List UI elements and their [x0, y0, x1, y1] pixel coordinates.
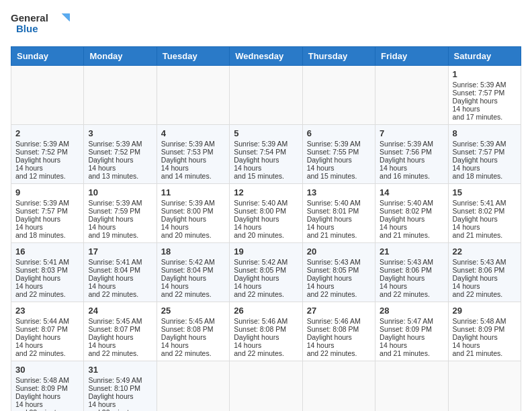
- daylight-label: Daylight hours: [307, 215, 371, 223]
- calendar-empty-cell: [157, 361, 229, 412]
- sunrise-line: Sunrise: 5:43 AM: [307, 258, 371, 266]
- daylight-minutes: and 22 minutes.: [161, 290, 225, 298]
- sunset-line: Sunset: 8:07 PM: [15, 325, 79, 333]
- daylight-hours: 14 hours: [161, 164, 225, 172]
- day-number: 25: [161, 306, 225, 316]
- daylight-hours: 14 hours: [234, 282, 298, 290]
- sunrise-line: Sunrise: 5:39 AM: [234, 140, 298, 148]
- daylight-hours: 14 hours: [15, 164, 79, 172]
- day-number: 15: [453, 187, 517, 197]
- day-header-friday: Friday: [375, 47, 448, 66]
- sunrise-line: Sunrise: 5:40 AM: [380, 199, 443, 207]
- daylight-hours: 14 hours: [307, 282, 371, 290]
- daylight-minutes: and 20 minutes.: [161, 231, 225, 239]
- calendar-week-5: 23Sunrise: 5:44 AMSunset: 8:07 PMDayligh…: [11, 302, 521, 361]
- daylight-hours: 14 hours: [307, 223, 371, 231]
- calendar-day-26: 26Sunrise: 5:46 AMSunset: 8:08 PMDayligh…: [230, 302, 302, 361]
- calendar-day-27: 27Sunrise: 5:46 AMSunset: 8:08 PMDayligh…: [302, 302, 375, 361]
- daylight-minutes: and 22 minutes.: [234, 290, 298, 298]
- daylight-hours: 14 hours: [453, 105, 517, 113]
- sunrise-line: Sunrise: 5:46 AM: [234, 317, 298, 325]
- daylight-label: Daylight hours: [15, 274, 79, 282]
- daylight-label: Daylight hours: [161, 333, 225, 341]
- calendar-day-7: 7Sunrise: 5:39 AMSunset: 7:56 PMDaylight…: [375, 125, 448, 184]
- sunset-line: Sunset: 7:53 PM: [161, 148, 225, 156]
- sunrise-line: Sunrise: 5:42 AM: [234, 258, 298, 266]
- daylight-minutes: and 15 minutes.: [307, 172, 371, 180]
- daylight-label: Daylight hours: [161, 156, 225, 164]
- day-number: 31: [88, 365, 152, 375]
- sunrise-line: Sunrise: 5:45 AM: [161, 317, 225, 325]
- daylight-hours: 14 hours: [15, 400, 79, 408]
- calendar-day-25: 25Sunrise: 5:45 AMSunset: 8:08 PMDayligh…: [157, 302, 229, 361]
- day-number: 26: [234, 306, 298, 316]
- logo: General Blue: [11, 11, 71, 41]
- calendar-day-23: 23Sunrise: 5:44 AMSunset: 8:07 PMDayligh…: [11, 302, 84, 361]
- calendar-day-30: 30Sunrise: 5:48 AMSunset: 8:09 PMDayligh…: [11, 361, 84, 412]
- day-header-sunday: Sunday: [11, 47, 84, 66]
- daylight-minutes: and 22 minutes.: [453, 290, 517, 298]
- daylight-label: Daylight hours: [88, 333, 152, 341]
- calendar-empty-cell: [230, 361, 302, 412]
- day-number: 5: [234, 128, 298, 138]
- day-number: 4: [161, 128, 225, 138]
- day-header-saturday: Saturday: [448, 47, 521, 66]
- sunrise-line: Sunrise: 5:41 AM: [88, 258, 152, 266]
- sunrise-line: Sunrise: 5:39 AM: [88, 199, 152, 207]
- daylight-hours: 14 hours: [380, 223, 443, 231]
- day-header-thursday: Thursday: [302, 47, 375, 66]
- day-number: 27: [307, 306, 371, 316]
- daylight-minutes: and 14 minutes.: [161, 172, 225, 180]
- daylight-hours: 14 hours: [88, 282, 152, 290]
- calendar-empty-cell: [157, 66, 229, 125]
- day-header-wednesday: Wednesday: [230, 47, 302, 66]
- sunset-line: Sunset: 8:00 PM: [161, 207, 225, 215]
- daylight-minutes: and 20 minutes.: [88, 408, 152, 411]
- day-number: 30: [15, 365, 79, 375]
- day-number: 1: [453, 69, 517, 79]
- sunrise-line: Sunrise: 5:41 AM: [15, 258, 79, 266]
- daylight-label: Daylight hours: [453, 156, 517, 164]
- calendar-day-15: 15Sunrise: 5:41 AMSunset: 8:02 PMDayligh…: [448, 184, 521, 243]
- daylight-minutes: and 22 minutes.: [307, 290, 371, 298]
- sunrise-line: Sunrise: 5:40 AM: [307, 199, 371, 207]
- calendar-day-12: 12Sunrise: 5:40 AMSunset: 8:00 PMDayligh…: [230, 184, 302, 243]
- calendar-day-3: 3Sunrise: 5:39 AMSunset: 7:52 PMDaylight…: [84, 125, 157, 184]
- calendar-day-2: 2Sunrise: 5:39 AMSunset: 7:52 PMDaylight…: [11, 125, 84, 184]
- sunrise-line: Sunrise: 5:48 AM: [15, 376, 79, 384]
- daylight-hours: 14 hours: [234, 164, 298, 172]
- daylight-label: Daylight hours: [307, 274, 371, 282]
- daylight-hours: 14 hours: [161, 341, 225, 349]
- daylight-minutes: and 22 minutes.: [161, 349, 225, 357]
- daylight-hours: 14 hours: [453, 282, 517, 290]
- daylight-hours: 14 hours: [234, 223, 298, 231]
- daylight-minutes: and 22 minutes.: [380, 290, 443, 298]
- calendar-empty-cell: [11, 66, 84, 125]
- sunrise-line: Sunrise: 5:39 AM: [161, 199, 225, 207]
- sunset-line: Sunset: 7:57 PM: [453, 89, 517, 97]
- sunset-line: Sunset: 8:02 PM: [380, 207, 443, 215]
- calendar-day-18: 18Sunrise: 5:42 AMSunset: 8:04 PMDayligh…: [157, 243, 229, 302]
- sunset-line: Sunset: 8:08 PM: [234, 325, 298, 333]
- sunrise-line: Sunrise: 5:39 AM: [15, 140, 79, 148]
- daylight-hours: 14 hours: [161, 282, 225, 290]
- daylight-label: Daylight hours: [380, 274, 443, 282]
- calendar-day-22: 22Sunrise: 5:43 AMSunset: 8:06 PMDayligh…: [448, 243, 521, 302]
- sunset-line: Sunset: 8:07 PM: [88, 325, 152, 333]
- calendar-week-1: 1Sunrise: 5:39 AMSunset: 7:57 PMDaylight…: [11, 66, 521, 125]
- daylight-label: Daylight hours: [380, 156, 443, 164]
- calendar-day-31: 31Sunrise: 5:49 AMSunset: 8:10 PMDayligh…: [84, 361, 157, 412]
- calendar-day-21: 21Sunrise: 5:43 AMSunset: 8:06 PMDayligh…: [375, 243, 448, 302]
- sunset-line: Sunset: 8:10 PM: [88, 384, 152, 392]
- daylight-label: Daylight hours: [15, 156, 79, 164]
- calendar-empty-cell: [230, 66, 302, 125]
- sunrise-line: Sunrise: 5:39 AM: [307, 140, 371, 148]
- day-header-monday: Monday: [84, 47, 157, 66]
- daylight-hours: 14 hours: [15, 341, 79, 349]
- daylight-hours: 14 hours: [15, 282, 79, 290]
- sunset-line: Sunset: 8:05 PM: [307, 266, 371, 274]
- sunset-line: Sunset: 8:09 PM: [453, 325, 517, 333]
- calendar-day-8: 8Sunrise: 5:39 AMSunset: 7:57 PMDaylight…: [448, 125, 521, 184]
- daylight-minutes: and 17 minutes.: [453, 113, 517, 121]
- page-header: General Blue: [11, 11, 521, 41]
